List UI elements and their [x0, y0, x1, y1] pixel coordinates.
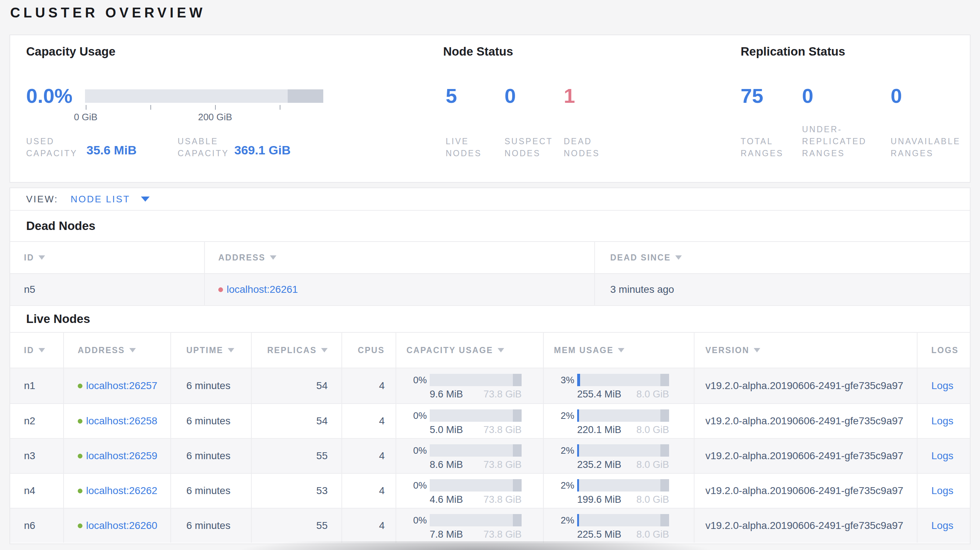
node-address-cell: localhost:26257: [63, 368, 170, 403]
mem-used-value: 220.1 MiB: [577, 424, 622, 436]
sort-arrow-icon: [618, 348, 624, 352]
node-capacity-usage-cell: 0% 5.0 MiB 73.8 GiB: [396, 404, 543, 438]
dead-column-header-dead-since[interactable]: DEAD SINCE: [594, 242, 970, 273]
capacity-usage-title: Capacity Usage: [26, 45, 116, 59]
node-mem-usage-cell: 2% 220.1 MiB 8.0 GiB: [543, 404, 694, 438]
live-nodes-heading: Live Nodes: [10, 306, 970, 332]
node-address-link[interactable]: localhost:26259: [86, 450, 157, 462]
column-header-replicas[interactable]: REPLICAS: [251, 333, 341, 368]
node-address-link[interactable]: localhost:26258: [86, 415, 157, 427]
node-mem-usage-cell: 2% 225.5 MiB 8.0 GiB: [543, 509, 694, 543]
mem-percent: 2%: [554, 480, 574, 491]
node-address-cell: localhost:26259: [63, 439, 170, 473]
logs-link[interactable]: Logs: [931, 450, 953, 462]
logs-link[interactable]: Logs: [931, 415, 953, 427]
mem-bar-used-segment: [577, 444, 579, 457]
sort-arrow-icon: [270, 255, 277, 260]
total-ranges-label: TOTALRANGES: [741, 135, 783, 159]
node-status-title: Node Status: [443, 45, 513, 59]
axis-tick: [280, 105, 280, 110]
mem-bar: [577, 374, 669, 386]
node-id: n1: [10, 368, 63, 403]
dead-node-row: n5 localhost:26261 3 minutes ago: [10, 273, 970, 306]
column-header-cpus[interactable]: CPUS: [341, 333, 396, 368]
dead-column-header-address[interactable]: ADDRESS: [204, 242, 594, 273]
mem-used-value: 255.4 MiB: [577, 389, 622, 400]
node-cpus: 4: [341, 474, 396, 508]
node-cpus: 4: [341, 439, 396, 473]
capacity-bar-axis: 0 GiB200 GiB: [85, 105, 323, 128]
axis-tick: [150, 105, 151, 110]
node-version: v19.2.0-alpha.20190606-2491-gfe735c9a97: [694, 474, 917, 508]
mem-bar: [577, 514, 669, 526]
column-header-id[interactable]: ID: [10, 333, 63, 368]
node-replicas: 55: [251, 509, 341, 543]
logs-link[interactable]: Logs: [931, 520, 953, 531]
node-logs-cell: Logs: [917, 404, 970, 438]
mem-used-value: 225.5 MiB: [577, 529, 622, 540]
mem-total-value: 8.0 GiB: [636, 459, 669, 471]
replication-status-title: Replication Status: [741, 45, 845, 59]
column-header-version[interactable]: VERSION: [694, 333, 917, 368]
capacity-bar-unusable-segment: [513, 479, 522, 491]
node-address-link[interactable]: localhost:26261: [227, 284, 298, 295]
capacity-used-value: 8.6 MiB: [430, 459, 463, 471]
axis-tick-label: 200 GiB: [198, 111, 232, 123]
capacity-used-percent: 0.0%: [26, 85, 73, 107]
usable-capacity-value: 369.1 GiB: [234, 143, 291, 157]
node-mem-usage-cell: 3% 255.4 MiB 8.0 GiB: [543, 368, 694, 403]
sort-arrow-icon: [38, 348, 45, 352]
node-mem-usage-cell: 2% 235.2 MiB 8.0 GiB: [543, 439, 694, 473]
mem-bar-used-segment: [577, 479, 579, 491]
node-capacity-usage-cell: 0% 9.6 MiB 73.8 GiB: [396, 368, 543, 403]
node-cpus: 4: [341, 404, 396, 438]
node-logs-cell: Logs: [917, 509, 970, 543]
logs-link[interactable]: Logs: [931, 380, 953, 392]
capacity-total-value: 73.8 GiB: [484, 424, 522, 436]
sort-arrow-icon: [129, 348, 136, 352]
node-address-link[interactable]: localhost:26257: [86, 380, 157, 392]
node-version: v19.2.0-alpha.20190606-2491-gfe735c9a97: [694, 404, 917, 438]
mem-percent: 2%: [554, 515, 574, 526]
suspect-nodes-count: 0: [504, 85, 516, 107]
column-header-capacity-usage[interactable]: CAPACITY USAGE: [396, 333, 543, 368]
capacity-percent: 0%: [406, 515, 427, 526]
view-bar: VIEW: NODE LIST: [10, 188, 970, 211]
capacity-percent: 0%: [406, 410, 427, 421]
dead-column-header-id[interactable]: ID: [10, 242, 204, 273]
live-status-dot-icon: [78, 384, 83, 388]
unavailable-ranges-label: UNAVAILABLERANGES: [891, 135, 960, 159]
node-uptime: 6 minutes: [170, 368, 251, 403]
node-address-link[interactable]: localhost:26260: [86, 520, 157, 531]
capacity-percent: 0%: [406, 445, 427, 456]
dead-status-dot-icon: [218, 287, 223, 292]
sort-arrow-icon: [228, 348, 234, 352]
live-nodes-table-header: ID ADDRESS UPTIME REPLICAS CPUS CAPACITY…: [10, 332, 970, 368]
column-header-address[interactable]: ADDRESS: [63, 333, 170, 368]
dead-node-id: n5: [10, 274, 204, 305]
capacity-total-value: 73.8 GiB: [484, 494, 522, 505]
node-cpus: 4: [341, 509, 396, 543]
dead-node-address-cell: localhost:26261: [204, 274, 594, 305]
capacity-bar-unusable-segment: [513, 374, 522, 386]
capacity-used-value: 5.0 MiB: [430, 424, 463, 436]
capacity-bar-unusable-segment: [513, 514, 522, 526]
mem-total-value: 8.0 GiB: [636, 494, 669, 505]
node-address-link[interactable]: localhost:26262: [86, 485, 157, 497]
page-title: CLUSTER OVERVIEW: [10, 5, 205, 21]
node-uptime: 6 minutes: [170, 439, 251, 473]
column-header-mem-usage[interactable]: MEM USAGE: [543, 333, 694, 368]
axis-tick: [86, 105, 86, 110]
column-header-logs[interactable]: LOGS: [917, 333, 970, 368]
logs-link[interactable]: Logs: [931, 485, 953, 497]
mem-bar: [577, 409, 669, 422]
column-header-uptime[interactable]: UPTIME: [170, 333, 251, 368]
mem-bar-unusable-segment: [660, 374, 669, 386]
live-nodes-table-body: n1 localhost:26257 6 minutes 54 4 0% 9.6…: [10, 368, 970, 543]
unavailable-ranges-count: 0: [891, 85, 902, 107]
capacity-bar: [430, 514, 522, 526]
total-ranges-count: 75: [741, 85, 763, 107]
node-id: n6: [10, 509, 63, 543]
view-selector-dropdown[interactable]: NODE LIST: [70, 194, 150, 205]
chevron-down-icon: [141, 197, 150, 202]
